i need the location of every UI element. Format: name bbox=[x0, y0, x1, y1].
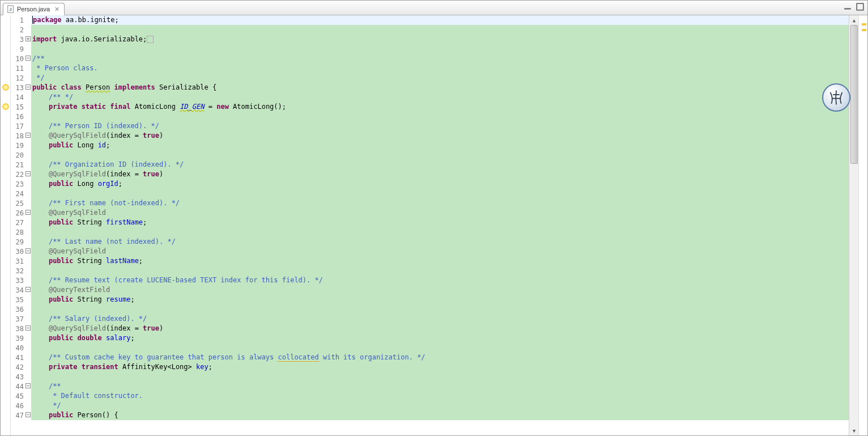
line-number: 16 bbox=[11, 112, 25, 122]
code-area[interactable]: package aa.bb.ignite;import java.io.Seri… bbox=[31, 15, 849, 435]
line-number: 42 bbox=[11, 363, 25, 372]
line-number: 11 bbox=[11, 64, 25, 74]
code-line[interactable]: /** bbox=[31, 382, 849, 391]
code-line[interactable]: public String resume; bbox=[31, 295, 849, 304]
code-line[interactable] bbox=[31, 112, 849, 121]
code-line[interactable]: private static final AtomicLong ID_GEN =… bbox=[31, 102, 849, 112]
code-line[interactable]: package aa.bb.ignite; bbox=[31, 15, 849, 25]
line-number: 40 bbox=[11, 344, 25, 353]
minimize-view-icon[interactable] bbox=[844, 3, 852, 11]
line-number: 10 bbox=[11, 54, 25, 64]
line-number: 22 bbox=[11, 170, 25, 180]
svg-rect-2 bbox=[844, 8, 851, 9]
code-line[interactable]: private transient AffinityKey<Long> key; bbox=[31, 362, 849, 372]
fold-collapse-icon[interactable]: − bbox=[25, 56, 31, 61]
code-line[interactable] bbox=[31, 25, 849, 35]
overview-mark[interactable] bbox=[862, 29, 866, 31]
code-line[interactable]: @QuerySqlField(index = true) bbox=[31, 131, 849, 141]
code-line[interactable]: * Person class. bbox=[31, 64, 849, 73]
fold-collapse-icon[interactable]: − bbox=[25, 412, 31, 417]
line-number: 41 bbox=[11, 353, 25, 363]
code-line[interactable] bbox=[31, 44, 849, 54]
svg-text:J: J bbox=[9, 7, 11, 11]
code-line[interactable]: @QueryTextField bbox=[31, 285, 849, 295]
fold-collapse-icon[interactable]: − bbox=[25, 287, 31, 292]
scroll-up-arrow-icon[interactable]: ▲ bbox=[849, 15, 859, 25]
code-line[interactable]: public Long orgId; bbox=[31, 179, 849, 189]
fold-collapse-icon[interactable]: − bbox=[25, 84, 31, 90]
line-number: 43 bbox=[11, 372, 25, 382]
overview-mark[interactable] bbox=[862, 23, 866, 26]
fold-collapse-icon[interactable]: − bbox=[25, 383, 31, 388]
code-line[interactable]: /** Person ID (indexed). */ bbox=[31, 121, 849, 131]
overview-ruler[interactable] bbox=[858, 15, 867, 435]
line-number: 15 bbox=[11, 103, 25, 112]
line-number: 14 bbox=[11, 93, 25, 103]
editor-body: 1239101112131415161718192021222324252627… bbox=[1, 15, 867, 435]
code-line[interactable]: public class Person implements Serializa… bbox=[31, 83, 849, 92]
editor-container: J Person.java ✕ 123910111213141516171819… bbox=[0, 0, 868, 436]
line-number: 24 bbox=[11, 189, 25, 199]
code-line[interactable] bbox=[31, 372, 849, 382]
scroll-down-arrow-icon[interactable]: ▼ bbox=[849, 426, 859, 435]
code-line[interactable]: /** Resume text (create LUCENE-based TEX… bbox=[31, 276, 849, 285]
code-line[interactable]: */ bbox=[31, 401, 849, 410]
editor-tab[interactable]: J Person.java ✕ bbox=[3, 3, 65, 15]
line-number: 28 bbox=[11, 228, 25, 238]
code-line[interactable]: @QuerySqlField bbox=[31, 247, 849, 256]
code-line[interactable] bbox=[31, 304, 849, 314]
code-line[interactable]: public Person() { bbox=[31, 410, 849, 420]
close-icon[interactable]: ✕ bbox=[54, 6, 59, 13]
code-line[interactable]: /** Organization ID (indexed). */ bbox=[31, 160, 849, 170]
code-line[interactable]: /** Custom cache key to guarantee that p… bbox=[31, 353, 849, 362]
code-line[interactable]: /** Last name (not indexed). */ bbox=[31, 237, 849, 247]
fold-collapse-icon[interactable]: − bbox=[25, 248, 31, 253]
line-number: 36 bbox=[11, 305, 25, 315]
code-line[interactable] bbox=[31, 150, 849, 160]
fold-ruler: +−−−−−−−−−− bbox=[25, 15, 31, 435]
code-line[interactable]: /** Salary (indexed). */ bbox=[31, 314, 849, 324]
line-number: 39 bbox=[11, 334, 25, 344]
warning-marker-icon[interactable] bbox=[2, 103, 10, 111]
watermark-logo-icon bbox=[822, 83, 850, 112]
warning-marker-icon[interactable] bbox=[2, 83, 10, 91]
maximize-view-icon[interactable] bbox=[856, 3, 864, 11]
line-number: 12 bbox=[11, 74, 25, 83]
code-line[interactable]: public String firstName; bbox=[31, 218, 849, 227]
line-number: 18 bbox=[11, 132, 25, 141]
code-line[interactable]: @QuerySqlField(index = true) bbox=[31, 324, 849, 333]
code-line[interactable]: public double salary; bbox=[31, 333, 849, 343]
code-line[interactable]: public Long id; bbox=[31, 141, 849, 150]
code-line[interactable]: import java.io.Serializable; bbox=[31, 35, 849, 44]
line-number: 33 bbox=[11, 276, 25, 286]
line-number: 38 bbox=[11, 324, 25, 334]
scroll-thumb[interactable] bbox=[850, 25, 858, 164]
code-line[interactable]: /** */ bbox=[31, 92, 849, 102]
line-number-gutter: 1239101112131415161718192021222324252627… bbox=[11, 15, 25, 435]
fold-expand-icon[interactable]: + bbox=[25, 36, 31, 41]
code-line[interactable]: * Default constructor. bbox=[31, 391, 849, 401]
code-line[interactable] bbox=[31, 189, 849, 198]
fold-collapse-icon[interactable]: − bbox=[25, 325, 31, 331]
code-line[interactable]: @QuerySqlField bbox=[31, 208, 849, 218]
code-line[interactable]: /** bbox=[31, 54, 849, 64]
line-number: 45 bbox=[11, 392, 25, 401]
line-number: 31 bbox=[11, 257, 25, 266]
code-line[interactable] bbox=[31, 343, 849, 353]
line-number: 19 bbox=[11, 141, 25, 151]
code-line[interactable]: */ bbox=[31, 73, 849, 83]
line-number: 9 bbox=[11, 45, 25, 54]
fold-collapse-icon[interactable]: − bbox=[25, 210, 31, 215]
code-line[interactable] bbox=[31, 266, 849, 276]
tab-bar: J Person.java ✕ bbox=[1, 1, 867, 15]
code-line[interactable]: public String lastName; bbox=[31, 256, 849, 266]
fold-collapse-icon[interactable]: − bbox=[25, 133, 31, 138]
code-line[interactable]: @QuerySqlField(index = true) bbox=[31, 170, 849, 179]
line-number: 20 bbox=[11, 151, 25, 160]
vertical-scrollbar[interactable]: ▲ ▼ bbox=[849, 15, 858, 435]
code-line[interactable] bbox=[31, 227, 849, 237]
code-line[interactable]: /** First name (not-indexed). */ bbox=[31, 198, 849, 208]
line-number: 2 bbox=[11, 26, 25, 35]
fold-collapse-icon[interactable]: − bbox=[25, 171, 31, 176]
line-number: 26 bbox=[11, 209, 25, 218]
